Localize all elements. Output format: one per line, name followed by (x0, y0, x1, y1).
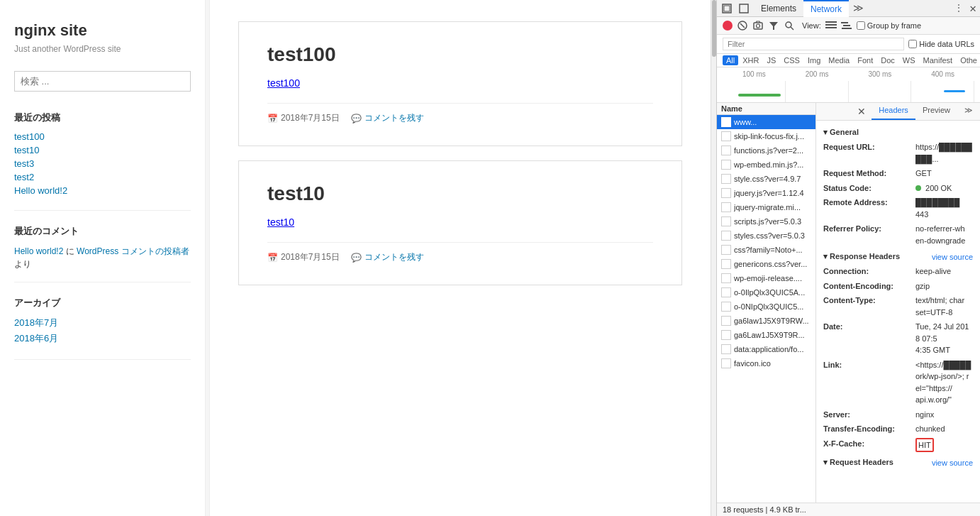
group-by-frame-toggle[interactable]: Group by frame (857, 21, 921, 30)
x-f-cache-value: HIT (915, 438, 934, 453)
archive-2018-06[interactable]: 2018年6月 (14, 332, 191, 345)
filter-type-manifest[interactable]: Manifest (920, 55, 957, 65)
request-item-data-app[interactable]: data:application/fo... (717, 342, 815, 356)
tab-network[interactable]: Network (803, 0, 849, 17)
request-item-o-0nip[interactable]: o-0NIpQlx3QUIC5... (717, 300, 815, 314)
request-name-functions: functions.js?ver=2... (734, 146, 803, 155)
request-item-favicon[interactable]: favicon.ico (717, 356, 815, 370)
details-close-button[interactable]: ✕ (852, 103, 872, 120)
request-url-row: Request URL: https://█████████... (816, 140, 980, 166)
file-icon-jquery-migrate (721, 202, 731, 212)
camera-icon[interactable] (752, 20, 764, 31)
request-item-jquery[interactable]: jquery.js?ver=1.12.4 (717, 186, 815, 200)
filter-icon[interactable] (768, 20, 779, 31)
devtools-close-button[interactable]: ✕ (966, 1, 980, 16)
filter-types-bar: All XHR JS CSS Img Media Font Doc WS Man… (717, 54, 980, 67)
hide-data-urls-checkbox[interactable] (908, 40, 917, 48)
file-icon-functions (721, 146, 731, 155)
filter-type-ws[interactable]: WS (899, 55, 919, 65)
post-card-test10: test10 test10 📅 2018年7月15日 💬 コメントを残す (238, 160, 682, 285)
sidebar-link-test3[interactable]: test3 (14, 158, 191, 169)
details-panel: ✕ Headers Preview ≫ ▾ General Request UR… (816, 103, 980, 503)
site-tagline: Just another WordPress site (14, 44, 191, 54)
post-excerpt-link-test100[interactable]: test100 (267, 77, 300, 89)
filter-input[interactable] (723, 38, 904, 50)
post-meta-test100: 📅 2018年7月15日 💬 コメントを残す (267, 103, 653, 124)
request-item-wp-emoji[interactable]: wp-emoji-release.... (717, 271, 815, 285)
sidebar-link-test2[interactable]: test2 (14, 172, 191, 182)
content-encoding-value: gzip (915, 280, 930, 292)
sidebar-link-test100[interactable]: test100 (14, 131, 191, 142)
group-by-frame-checkbox[interactable] (857, 21, 865, 30)
filter-type-css[interactable]: CSS (780, 55, 803, 65)
referrer-policy-key: Referrer Policy: (823, 223, 915, 246)
filter-type-img[interactable]: Img (804, 55, 824, 65)
request-name-favicon: favicon.ico (734, 359, 771, 368)
filter-type-js[interactable]: JS (763, 55, 779, 65)
undock-icon[interactable] (720, 1, 734, 16)
file-icon-ga6Law (721, 330, 731, 340)
request-item-scripts[interactable]: scripts.js?ver=5.0.3 (717, 214, 815, 229)
comment-author-link[interactable]: WordPress コメントの投稿者 (77, 246, 189, 256)
site-scrollbar[interactable] (711, 0, 716, 516)
site-scrollbar-thumb[interactable] (712, 0, 716, 57)
request-item-styles[interactable]: styles.css?ver=5.0.3 (717, 229, 815, 243)
recent-comments-section: 最近のコメント Hello world!2 に WordPress コメントの投… (14, 225, 191, 282)
search-input[interactable] (14, 71, 191, 92)
filter-type-other[interactable]: Othe (957, 55, 980, 65)
svg-rect-2 (740, 4, 748, 13)
svg-rect-14 (843, 25, 850, 26)
post-excerpt-test10: test10 (267, 216, 653, 228)
filter-type-doc[interactable]: Doc (877, 55, 898, 65)
timeline-100ms: 100 ms (742, 70, 766, 78)
hide-data-urls-toggle[interactable]: Hide data URLs (908, 40, 974, 48)
comment-link-test10[interactable]: コメントを残す (364, 251, 424, 263)
request-item-o-0ilp[interactable]: o-0IlpQlx3QUIC5A... (717, 285, 815, 300)
view-source-link[interactable]: view source (932, 253, 973, 261)
record-button[interactable] (723, 21, 733, 31)
details-tab-preview[interactable]: Preview (915, 103, 957, 120)
requests-list: Name www... skip-link-focus-fix.j... fun… (717, 103, 816, 503)
request-headers-view-source-link[interactable]: view source (932, 459, 973, 467)
comment-post-link[interactable]: Hello world!2 (14, 246, 63, 256)
request-url-value: https://█████████... (915, 141, 973, 165)
link-key: Link: (823, 359, 915, 406)
request-item-jquery-migrate[interactable]: jquery-migrate.mi... (717, 200, 815, 214)
archive-2018-07[interactable]: 2018年7月 (14, 317, 191, 329)
details-tab-headers[interactable]: Headers (872, 103, 915, 120)
request-item-ga6law[interactable]: ga6law1J5X9T9RW... (717, 314, 815, 328)
details-tab-more[interactable]: ≫ (957, 103, 980, 120)
dock-icon[interactable] (737, 1, 751, 16)
stop-recording-icon[interactable] (737, 20, 748, 31)
file-icon-ga6law (721, 316, 731, 326)
request-item-ga6Law[interactable]: ga6Law1J5X9T9R... (717, 328, 815, 342)
post-meta-test10: 📅 2018年7月15日 💬 コメントを残す (267, 242, 653, 263)
date-row: Date: Tue, 24 Jul 2018 07:54:35 GMT (816, 319, 980, 358)
waterfall-view-icon[interactable] (841, 20, 852, 31)
list-view-icon[interactable] (825, 20, 837, 31)
server-row: Server: nginx (816, 407, 980, 422)
file-icon-wp-embed (721, 160, 731, 170)
request-item-functions[interactable]: functions.js?ver=2... (717, 143, 815, 158)
request-item-wp-embed[interactable]: wp-embed.min.js?... (717, 158, 815, 172)
more-tabs-button[interactable]: ≫ (849, 0, 868, 16)
filter-type-all[interactable]: All (723, 55, 738, 65)
recent-comment-text: Hello world!2 に WordPress コメントの投稿者 より (14, 245, 191, 270)
remote-address-key: Remote Address: (823, 197, 915, 220)
search-icon[interactable] (784, 20, 795, 31)
request-item-style[interactable]: style.css?ver=4.9.7 (717, 172, 815, 186)
sidebar-link-helloworld2[interactable]: Hello world!2 (14, 185, 191, 196)
tab-elements[interactable]: Elements (754, 0, 803, 17)
filter-type-media[interactable]: Media (825, 55, 853, 65)
request-item-css-font[interactable]: css?family=Noto+... (717, 243, 815, 257)
filter-type-font[interactable]: Font (854, 55, 876, 65)
filter-type-xhr[interactable]: XHR (739, 55, 762, 65)
request-item-genericons[interactable]: genericons.css?ver... (717, 257, 815, 271)
post-excerpt-link-test10[interactable]: test10 (267, 216, 294, 228)
comment-link-test100[interactable]: コメントを残す (364, 112, 424, 124)
request-item-www[interactable]: www... (717, 115, 815, 129)
sidebar-link-test10[interactable]: test10 (14, 145, 191, 155)
recent-posts-section: 最近の投稿 test100 test10 test3 test2 Hello w… (14, 111, 191, 211)
more-options-icon[interactable]: ⋮ (952, 1, 966, 16)
request-item-skip-link[interactable]: skip-link-focus-fix.j... (717, 129, 815, 143)
